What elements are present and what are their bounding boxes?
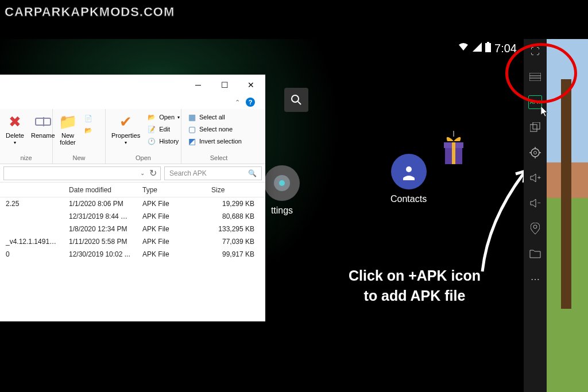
- delete-x-icon: ✖: [6, 112, 24, 131]
- svg-point-24: [533, 225, 537, 228]
- invert-selection-button[interactable]: ◩Invert selection: [185, 135, 244, 147]
- contacts-label: Contacts: [390, 194, 427, 204]
- battery-icon: [485, 42, 491, 55]
- folder-icon[interactable]: [528, 247, 542, 261]
- gift-icon: [439, 131, 468, 168]
- path-field[interactable]: ⌄ ↻: [3, 166, 161, 180]
- volume-up-icon[interactable]: +: [528, 171, 542, 185]
- svg-point-6: [406, 166, 412, 172]
- cursor-icon: [541, 106, 549, 120]
- history-button[interactable]: 🕐History: [145, 135, 182, 147]
- search-icon: 🔍: [248, 169, 257, 177]
- ribbon-toolbar: ✖ Delete ▾ Rename nize 📁 New folder: [0, 109, 265, 164]
- settings-label: ttings: [271, 205, 293, 216]
- settings-icon[interactable]: [528, 146, 542, 160]
- svg-rect-10: [452, 142, 455, 164]
- file-row[interactable]: 1/8/2020 12:34 PMAPK File133,295 KB: [0, 223, 265, 235]
- addr-chevron-icon[interactable]: ⌄: [140, 170, 145, 176]
- annotation-circle: [505, 43, 577, 103]
- select-none-button[interactable]: ▢Select none: [185, 123, 244, 135]
- svg-rect-14: [530, 125, 537, 131]
- file-row[interactable]: 12/31/2019 8:44 PMAPK File80,688 KB: [0, 210, 265, 223]
- edit-icon: 📝: [147, 125, 156, 134]
- col-date[interactable]: Date modified: [63, 186, 137, 194]
- annotation-arrow: [471, 162, 524, 277]
- window-titlebar[interactable]: ─ ☐ ✕: [0, 75, 265, 95]
- organize-group-label: nize: [3, 154, 49, 162]
- ribbon-chevron-icon[interactable]: ⌃: [235, 99, 240, 106]
- new-item-icon: 📄: [84, 114, 93, 123]
- watermark-text: CARPARKAPKMODS.COM: [5, 5, 175, 20]
- column-headers: Date modified Type Size: [0, 183, 265, 197]
- svg-text:+: +: [537, 174, 541, 181]
- wifi-icon: [458, 42, 469, 55]
- col-type[interactable]: Type: [137, 186, 206, 194]
- signal-icon: [473, 42, 482, 55]
- svg-rect-0: [485, 43, 491, 52]
- file-list: Date modified Type Size 2.251/1/2020 8:0…: [0, 183, 265, 261]
- search-input[interactable]: Search APK 🔍: [164, 166, 262, 180]
- select-group-label: Select: [185, 154, 253, 162]
- svg-point-5: [279, 180, 285, 186]
- open-group-label: Open: [109, 154, 177, 162]
- edit-button[interactable]: 📝Edit: [145, 123, 182, 135]
- search-button[interactable]: [284, 88, 308, 112]
- svg-line-3: [298, 102, 301, 104]
- svg-point-16: [531, 149, 539, 157]
- maximize-button[interactable]: ☐: [211, 76, 238, 94]
- select-all-button[interactable]: ▦Select all: [185, 111, 244, 123]
- new-item-button[interactable]: 📄: [82, 112, 95, 124]
- select-all-icon: ▦: [187, 112, 196, 122]
- col-size[interactable]: Size: [206, 186, 260, 194]
- easy-access-button[interactable]: 📂: [82, 125, 95, 136]
- gift-widget[interactable]: [439, 131, 468, 164]
- svg-point-2: [292, 95, 299, 102]
- invert-selection-icon: ◩: [187, 137, 196, 146]
- properties-check-icon: ✔: [117, 112, 135, 131]
- more-icon[interactable]: ⋯: [528, 272, 542, 286]
- file-explorer-window: ─ ☐ ✕ ⌃ ? ✖ Delete ▾ Rename nize: [0, 75, 265, 321]
- refresh-icon[interactable]: ↻: [149, 168, 157, 178]
- svg-rect-15: [533, 122, 540, 129]
- contacts-icon: [391, 154, 427, 189]
- svg-point-17: [534, 152, 537, 154]
- easy-access-icon: 📂: [84, 126, 93, 135]
- close-button[interactable]: ✕: [238, 76, 264, 94]
- help-icon[interactable]: ?: [246, 98, 255, 107]
- properties-button[interactable]: ✔ Properties ▾: [109, 111, 142, 146]
- svg-rect-1: [487, 42, 489, 43]
- open-icon: 📂: [147, 112, 156, 122]
- minimize-button[interactable]: ─: [185, 76, 211, 94]
- gear-icon: [264, 165, 300, 201]
- file-row[interactable]: _v4.12.1.14910.GP1/11/2020 5:58 PMAPK Fi…: [0, 235, 265, 248]
- android-statusbar: 7:04: [409, 39, 524, 57]
- open-button[interactable]: 📂Open ▾: [145, 111, 182, 123]
- file-row[interactable]: 012/30/2019 10:02 ...APK File99,917 KB: [0, 248, 265, 261]
- delete-button[interactable]: ✖ Delete ▾: [3, 111, 26, 146]
- folder-icon: 📁: [59, 112, 77, 131]
- address-bar: ⌄ ↻ Search APK 🔍: [0, 164, 265, 183]
- settings-app[interactable]: ttings: [264, 165, 300, 216]
- svg-text:−: −: [537, 200, 541, 206]
- clock-text: 7:04: [494, 42, 517, 55]
- new-folder-button[interactable]: 📁 New folder: [56, 111, 79, 147]
- new-group-label: New: [56, 154, 102, 162]
- file-row[interactable]: 2.251/1/2020 8:06 PMAPK File19,299 KB: [0, 197, 265, 210]
- multi-window-icon[interactable]: [528, 121, 542, 134]
- search-icon: [291, 94, 302, 106]
- select-none-icon: ▢: [187, 125, 196, 134]
- rename-icon: [34, 112, 52, 131]
- location-icon[interactable]: [528, 222, 542, 235]
- history-icon: 🕐: [147, 137, 156, 146]
- volume-down-icon[interactable]: −: [528, 196, 542, 210]
- contacts-app[interactable]: Contacts: [390, 154, 427, 204]
